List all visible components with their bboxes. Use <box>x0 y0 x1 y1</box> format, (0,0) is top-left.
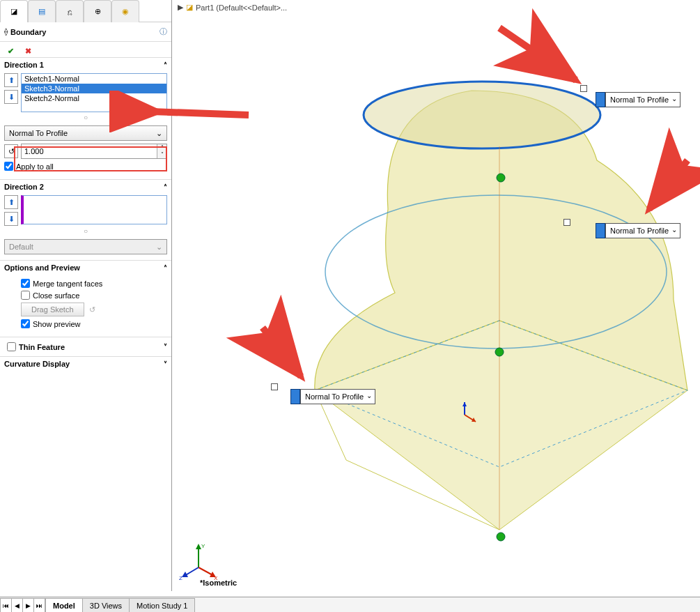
help-icon[interactable]: ⓘ <box>160 26 167 37</box>
svg-point-0 <box>364 82 600 148</box>
chevron-down-icon: ˅ <box>164 343 167 351</box>
ok-cancel-row: ✔ ✖ <box>0 42 171 57</box>
callout-pin[interactable] <box>271 383 278 390</box>
ball-icon: ◉ <box>122 7 129 16</box>
drag-sketch-button[interactable]: Drag Sketch <box>21 303 84 316</box>
tab-prev-button[interactable]: ◀ <box>12 599 23 612</box>
callout-dropdown[interactable]: Normal To Profile <box>605 92 680 107</box>
section-heading: Direction 2 <box>4 183 44 191</box>
close-surface-input[interactable] <box>21 291 30 300</box>
move-up-button[interactable]: ⬆ <box>4 195 18 209</box>
bottom-tab-model[interactable]: Model <box>45 598 83 612</box>
direction1-header[interactable]: Direction 1 ˄ <box>0 58 171 72</box>
tab-first-button[interactable]: ⏮ <box>1 599 12 612</box>
direction1-profile-list[interactable]: Sketch1-Normal Sketch3-Normal Sketch2-No… <box>21 73 167 112</box>
chevron-up-icon: ˄ <box>164 264 167 272</box>
cancel-button[interactable]: ✖ <box>22 45 34 57</box>
property-manager-panel: ◪ ▤ ⎌ ⊕ ◉ ⟠ Boundary ⓘ ✔ ✖ Direction 1 ˄… <box>0 0 172 591</box>
feature-icon: ◪ <box>10 7 17 16</box>
section-direction1: Direction 1 ˄ ⬆ ⬇ Sketch1-Normal Sketch3… <box>0 57 171 179</box>
bottom-tab-motion[interactable]: Motion Study 1 <box>129 598 195 612</box>
list-scroll-dot: ○ <box>4 227 167 235</box>
panel-title: Boundary <box>10 28 160 36</box>
options-header[interactable]: Options and Preview ˄ <box>0 261 171 275</box>
pm-tab-feature[interactable]: ◪ <box>0 0 28 22</box>
pm-tab-appearance[interactable]: ◉ <box>111 0 139 22</box>
section-heading: Curvature Display <box>4 360 70 368</box>
direction2-profile-list[interactable] <box>21 195 167 224</box>
bottom-tab-3dviews[interactable]: 3D Views <box>82 598 130 612</box>
show-preview-checkbox[interactable]: Show preview <box>21 319 167 328</box>
checkbox-label: Show preview <box>33 320 80 328</box>
graphics-viewport[interactable]: ▶ ◪ Part1 (Default<<Default>... <box>172 0 700 591</box>
callout-dropdown[interactable]: Normal To Profile <box>300 389 375 404</box>
svg-point-4 <box>495 348 504 356</box>
undo-icon[interactable]: ↺ <box>89 305 95 314</box>
svg-marker-15 <box>196 544 201 549</box>
callout-handle[interactable] <box>290 389 300 404</box>
checkbox-label: Close surface <box>33 291 79 300</box>
list-item[interactable]: Sketch2-Normal <box>22 93 166 103</box>
svg-point-5 <box>497 533 505 541</box>
section-thin-feature[interactable]: Thin Feature ˅ <box>0 337 171 356</box>
model-preview <box>172 0 700 572</box>
callout-top[interactable]: Normal To Profile <box>596 92 680 107</box>
merge-tangent-input[interactable] <box>21 279 30 288</box>
tangent-type-dropdown[interactable]: Normal To Profile ⌄ <box>4 125 167 141</box>
show-preview-input[interactable] <box>21 319 30 328</box>
merge-tangent-checkbox[interactable]: Merge tangent faces <box>21 279 167 288</box>
callout-handle[interactable] <box>596 223 605 238</box>
section-heading: Direction 1 <box>4 61 44 69</box>
apply-to-all-checkbox[interactable]: Apply to all <box>4 162 167 171</box>
pm-tab-config[interactable]: ▤ <box>28 0 56 22</box>
callout-bottom[interactable]: Normal To Profile <box>290 389 375 404</box>
dropdown-value: Default <box>9 243 33 251</box>
target-icon: ⊕ <box>95 7 101 16</box>
tab-last-button[interactable]: ⏭ <box>34 599 45 612</box>
tab-next-button[interactable]: ▶ <box>23 599 34 612</box>
tree-icon: ⎌ <box>68 8 72 16</box>
list-scroll-dot: ○ <box>4 114 167 121</box>
chevron-up-icon: ˄ <box>164 61 167 69</box>
list-item[interactable]: Sketch1-Normal <box>22 74 166 84</box>
callout-mid[interactable]: Normal To Profile <box>596 223 680 238</box>
move-down-button[interactable]: ⬇ <box>4 90 18 104</box>
spin-up-button[interactable]: ˄ <box>157 144 166 151</box>
spin-down-button[interactable]: ˅ <box>157 151 166 158</box>
tangent-influence-input[interactable] <box>22 144 157 158</box>
close-surface-checkbox[interactable]: Close surface <box>21 291 167 300</box>
chevron-down-icon: ⌄ <box>156 129 162 138</box>
direction2-header[interactable]: Direction 2 ˄ <box>0 180 171 194</box>
move-up-button[interactable]: ⬆ <box>4 73 18 87</box>
pm-tab-display[interactable]: ⎌ <box>56 0 84 22</box>
thin-feature-checkbox[interactable] <box>7 342 16 351</box>
chevron-down-icon: ˅ <box>164 360 167 368</box>
checkbox-label: Apply to all <box>16 162 54 171</box>
tangent-influence-field[interactable]: ˄ ˅ <box>21 144 167 159</box>
direction2-tangent-dropdown: Default ⌄ <box>4 239 167 254</box>
section-curvature[interactable]: Curvature Display ˅ <box>0 356 171 371</box>
list-item[interactable]: Sketch3-Normal <box>22 84 166 93</box>
section-direction2: Direction 2 ˄ ⬆ ⬇ ○ Default ⌄ <box>0 179 171 260</box>
svg-text:X: X <box>214 575 218 581</box>
svg-text:Z: Z <box>179 575 182 581</box>
ok-button[interactable]: ✔ <box>4 45 17 57</box>
callout-pin[interactable] <box>580 85 587 92</box>
chevron-down-icon: ⌄ <box>156 243 162 252</box>
list-icon: ▤ <box>38 7 45 16</box>
tab-nav-buttons: ⏮ ◀ ▶ ⏭ <box>0 598 46 612</box>
view-triad[interactable]: Y X Z <box>178 540 219 581</box>
callout-dropdown[interactable]: Normal To Profile <box>605 223 680 238</box>
dropdown-value: Normal To Profile <box>9 129 68 137</box>
pm-tabstrip: ◪ ▤ ⎌ ⊕ ◉ <box>0 0 171 22</box>
callout-pin[interactable] <box>563 219 570 226</box>
apply-to-all-input[interactable] <box>4 162 13 171</box>
flip-tangent-button[interactable]: ↺ <box>4 144 18 158</box>
callout-handle[interactable] <box>596 92 605 107</box>
svg-point-3 <box>497 174 505 182</box>
section-heading: Thin Feature <box>19 343 65 351</box>
section-heading: Options and Preview <box>4 263 80 272</box>
pm-tab-dimxpert[interactable]: ⊕ <box>84 0 111 22</box>
move-down-button[interactable]: ⬇ <box>4 212 18 226</box>
boundary-feature-icon: ⟠ <box>4 27 8 36</box>
